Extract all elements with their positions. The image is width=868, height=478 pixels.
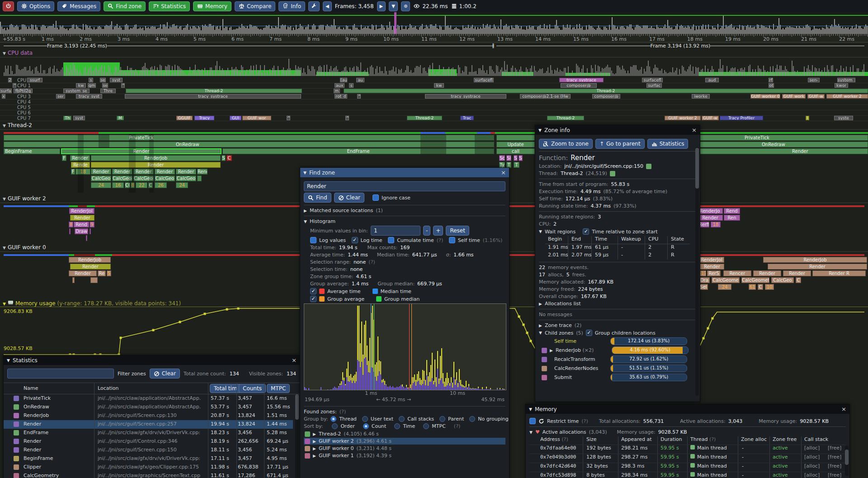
- groupby-no-grouping[interactable]: [469, 416, 475, 422]
- check-log-values[interactable]: [310, 237, 316, 243]
- cpu-zone[interactable]: Th: [63, 116, 71, 120]
- bin-minus-button[interactable]: -: [423, 226, 430, 236]
- timeline-zone-calcgeo[interactable]: CalcGeo: [91, 175, 111, 181]
- timeline-zone-beginframe[interactable]: BeginFrame: [4, 148, 60, 154]
- timeline-zone-unnamed[interactable]: [99, 135, 109, 141]
- timeline-zone-24[interactable]: 24: [91, 182, 111, 188]
- statistics-button[interactable]: Statistics: [647, 139, 689, 149]
- go-to-parent-button[interactable]: ↑Go to parent: [595, 139, 645, 149]
- cpu-zone[interactable]: s: [89, 78, 93, 82]
- cpu-zone[interactable]: se: [100, 78, 106, 82]
- statistics-window-titlebar[interactable]: ▼Statistics×: [4, 355, 300, 365]
- histogram-section[interactable]: ▼Histogram: [304, 218, 505, 224]
- check-log-time[interactable]: ✓: [352, 237, 358, 243]
- timeline-zone-render[interactable]: Render: [768, 264, 867, 270]
- cpu-zone[interactable]: surfacefl: [642, 78, 663, 82]
- timeline-zone-render[interactable]: Render: [753, 270, 781, 276]
- col-counts[interactable]: Counts: [239, 384, 266, 393]
- cpu-zone[interactable]: surfa: [0, 89, 12, 93]
- col-location[interactable]: Location: [98, 385, 119, 391]
- timeline-zone-draw[interactable]: Draw: [75, 228, 88, 234]
- timeline-zone-61[interactable]: 61: [749, 284, 756, 290]
- group-children-checkbox[interactable]: ✓: [586, 330, 592, 336]
- sortby-order[interactable]: [332, 423, 338, 429]
- timeline-zone-render[interactable]: Render: [61, 148, 222, 154]
- timeline-zone-unnamed[interactable]: [420, 148, 446, 154]
- min-bin-input[interactable]: 1: [371, 226, 420, 236]
- cpu-zone[interactable]: s: [349, 83, 354, 88]
- timeline-zone-unnamed[interactable]: [197, 175, 202, 181]
- cpu-zone[interactable]: kw: [76, 83, 86, 88]
- matched-source-locations[interactable]: ▶Matched source locations(1): [304, 208, 505, 213]
- timeline-zone-c[interactable]: C: [758, 284, 763, 290]
- timeline-zone-calcgeome[interactable]: CalcGeome: [712, 277, 740, 283]
- timeline-zone-calcgeomet[interactable]: CalcGeomet: [741, 277, 769, 283]
- compare-button[interactable]: Compare: [235, 1, 275, 11]
- timeline-zone-f[interactable]: F: [71, 169, 75, 175]
- timeline-zone-calcgeo[interactable]: CalcGeo: [771, 277, 794, 283]
- statistics-row-endframe[interactable]: EndFramejni/../jni/src/claw/gfx/drv/vk/D…: [4, 429, 293, 437]
- timeline-zone-unnamed[interactable]: [90, 228, 91, 234]
- statistics-row-render[interactable]: Renderjni/../jni/src/guif/Screen.cpp:257…: [4, 420, 293, 429]
- cpu-zone[interactable]: composer@2.1-se (Hw: [520, 94, 571, 99]
- timeline-zone-renderjob[interactable]: RenderJob: [91, 155, 221, 161]
- child-zone-calcrendernodes[interactable]: CalcRenderNodes51.51 us (1.15%): [542, 364, 696, 372]
- timeline-zone-onredraw[interactable]: OnRedraw: [699, 142, 868, 147]
- find-zone-window-titlebar[interactable]: ▼Find zone×: [300, 168, 509, 177]
- cpu-zone[interactable]: gm: [88, 83, 96, 88]
- cpu-zone[interactable]: l: [806, 116, 809, 120]
- timeline-zone-s[interactable]: S: [222, 155, 226, 161]
- cpu-zone[interactable]: tracy_syst: [76, 94, 102, 99]
- frame-dropdown-button[interactable]: ▼: [389, 1, 398, 11]
- cpu-zone[interactable]: iworke: [692, 94, 710, 99]
- timeline-zone-f[interactable]: F: [62, 155, 66, 161]
- messages-button[interactable]: Messages: [57, 1, 100, 11]
- statistics-row-beginframe[interactable]: BeginFramejni/../jni/src/claw/gfx/drv/vk…: [4, 454, 293, 463]
- found-zone-guif-worker-0[interactable]: ▶GUIF worker 0(3,231) 4.48 s: [304, 445, 505, 452]
- timeline-zone-dra[interactable]: Dra: [699, 277, 710, 283]
- cpu-zone[interactable]: ^: [357, 94, 361, 99]
- power-button[interactable]: [3, 1, 14, 11]
- clear-button[interactable]: Clear: [334, 193, 364, 203]
- zoom-to-zone-button[interactable]: Zoom to zone: [539, 139, 593, 149]
- cpu-zone[interactable]: x: [2, 94, 5, 99]
- cpu-zone[interactable]: Thread-2: [547, 116, 584, 120]
- timeline-zone-8[interactable]: 8: [69, 222, 73, 227]
- thread-color-swatch[interactable]: [610, 171, 615, 176]
- cpu-zone[interactable]: tracy_systrace: [559, 78, 604, 82]
- timeline-zone-unnamed[interactable]: [475, 148, 494, 154]
- memory-window-titlebar[interactable]: ▼Memory×: [526, 404, 849, 414]
- zone-info-window-titlebar[interactable]: ▼Zone info×: [535, 125, 700, 135]
- timeline-zone-render-f[interactable]: Render F: [197, 169, 208, 175]
- cpu-zone[interactable]: ^: [345, 116, 349, 120]
- timeline-zone-c[interactable]: C: [796, 277, 801, 283]
- timeline-zone-render[interactable]: Render: [176, 169, 196, 175]
- cpu-zone[interactable]: composer@: [592, 94, 620, 99]
- timeline-zone-24[interactable]: 24: [176, 182, 188, 188]
- close-icon[interactable]: ×: [692, 127, 697, 133]
- statistics-row-privatetick[interactable]: PrivateTickjni/../jni/src/claw/applicati…: [4, 394, 293, 403]
- legend-checkbox[interactable]: ✓: [310, 296, 316, 302]
- statistics-row-render[interactable]: Renderjni/../jni/src/guif/Screen.cpp:150…: [4, 446, 293, 454]
- prev-frame-button[interactable]: ◀: [323, 1, 332, 11]
- cpu-zone[interactable]: GUIF work: [782, 94, 806, 99]
- timeline-zone-c[interactable]: C: [226, 155, 232, 161]
- child-zone-submit[interactable]: Submit35.63 us (0.79%): [542, 374, 696, 381]
- cpu-zone[interactable]: 2: [8, 78, 12, 82]
- cpu-zone[interactable]: syst: [73, 116, 85, 120]
- timeline-zone-renderjob[interactable]: RenderJob: [763, 257, 867, 263]
- time-ruler[interactable]: +55.83 s1 ms2 ms3 ms4 ms5 ms6 ms7 ms8 ms…: [0, 34, 868, 43]
- statistics-row-clipper[interactable]: Clipperjni/../jni/src/claw/gfx/geo/Clipp…: [4, 463, 293, 472]
- timeline-zone-10[interactable]: 10: [765, 284, 774, 290]
- cpu-zone[interactable]: (au: [340, 78, 347, 82]
- search-input[interactable]: Render: [304, 181, 505, 191]
- cpu-zone[interactable]: surfacefl: [474, 78, 494, 82]
- timeline-zone-rend[interactable]: Rend: [74, 222, 89, 227]
- timeline-zone-render[interactable]: Render: [155, 169, 175, 175]
- found-zone-guif-worker-1[interactable]: ▶GUIF worker 1(3,192) 4.39 s: [304, 452, 505, 459]
- statistics-scrollbar[interactable]: [295, 394, 299, 478]
- cpu-zone[interactable]: GUIF worker 2: [826, 94, 868, 99]
- sortby-mtpc[interactable]: [423, 423, 429, 429]
- groupby-thread[interactable]: [330, 416, 336, 422]
- timeline-zone-renderjo[interactable]: RenderJo: [697, 208, 723, 214]
